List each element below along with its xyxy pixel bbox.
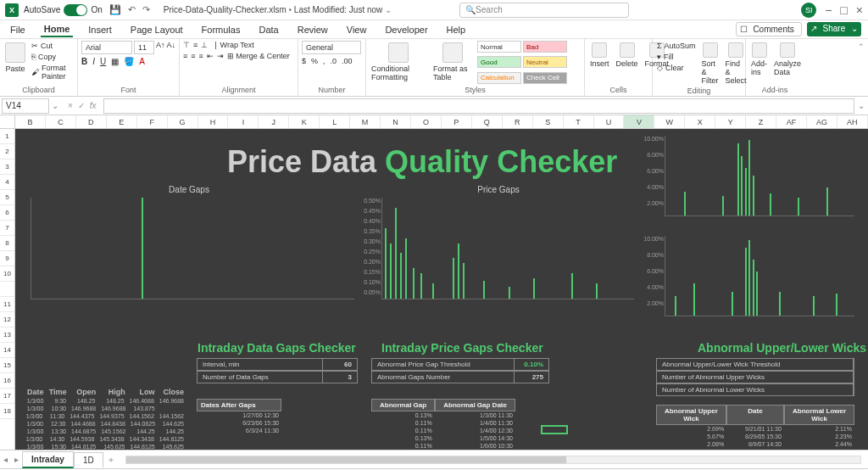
indent-dec-icon[interactable]: ⇤ (207, 52, 214, 60)
menu-file[interactable]: File (7, 23, 29, 36)
find-select-button[interactable]: Find & Select (724, 41, 748, 87)
col-header[interactable]: E (107, 115, 137, 128)
menu-data[interactable]: Data (255, 23, 281, 36)
col-header[interactable]: W (654, 115, 685, 128)
align-mid-icon[interactable]: ≡ (193, 41, 198, 49)
col-header[interactable]: Q (472, 115, 503, 128)
style-good[interactable]: Good (477, 56, 521, 68)
align-center-icon[interactable]: ≡ (191, 52, 195, 60)
col-header[interactable]: R (503, 115, 533, 128)
horizontal-scrollbar[interactable] (125, 456, 861, 464)
save-icon[interactable]: 💾 (109, 4, 121, 15)
style-bad[interactable]: Bad (523, 41, 567, 53)
font-size-select[interactable]: 11 (134, 41, 154, 54)
col-header[interactable]: G (168, 115, 198, 128)
menu-home[interactable]: Home (41, 22, 74, 37)
col-header[interactable]: C (46, 115, 76, 128)
clear-button[interactable]: ◇ Clear (656, 63, 697, 73)
col-header[interactable]: AH (837, 115, 868, 128)
bold-button[interactable]: B (81, 57, 87, 66)
font-color-button[interactable]: A (139, 57, 145, 66)
shrink-font-icon[interactable]: A↓ (167, 41, 176, 54)
style-normal[interactable]: Normal (477, 41, 521, 53)
menu-page-layout[interactable]: Page Layout (127, 23, 186, 36)
col-header[interactable]: Y (715, 115, 746, 128)
column-headers[interactable]: B C D E F G H I J K L M N O P Q R S T U … (0, 115, 868, 129)
col-header[interactable]: H (198, 115, 229, 128)
underline-button[interactable]: U (100, 57, 106, 66)
autosum-button[interactable]: Σ AutoSum (656, 41, 697, 51)
format-as-table-button[interactable]: Format as Table (431, 41, 474, 86)
file-name[interactable]: Price-Data-Quality-Checker.xlsm (164, 5, 287, 14)
cut-button[interactable]: ✂ Cut (31, 41, 74, 51)
col-header[interactable]: AF (776, 115, 807, 128)
user-badge[interactable]: SI (801, 3, 816, 18)
col-header[interactable]: F (137, 115, 168, 128)
name-box[interactable]: V14 (2, 98, 49, 114)
cell-styles-gallery[interactable]: Normal Bad Good Neutral Calculation Chec… (477, 41, 581, 86)
col-header[interactable]: D (76, 115, 107, 128)
inc-dec-icon[interactable]: .0 (331, 57, 337, 65)
chevron-down-icon[interactable]: ⌄ (385, 5, 392, 14)
menu-insert[interactable]: Insert (85, 23, 115, 36)
autosave-toggle[interactable]: AutoSave On (24, 4, 103, 16)
close-icon[interactable]: × (856, 3, 863, 17)
expand-fbar-icon[interactable]: ⌄ (854, 101, 868, 110)
menu-developer[interactable]: Developer (381, 23, 431, 36)
active-cell[interactable] (541, 425, 568, 434)
insert-cells-button[interactable]: Insert (588, 41, 611, 86)
col-header[interactable]: T (564, 115, 594, 128)
col-header[interactable]: O (411, 115, 442, 128)
font-name-select[interactable]: Arial (81, 41, 132, 54)
number-format-select[interactable]: General (302, 41, 361, 54)
col-header[interactable]: P (442, 115, 472, 128)
delete-cells-button[interactable]: Delete (615, 41, 640, 86)
col-header[interactable]: J (259, 115, 289, 128)
new-sheet-icon[interactable]: ＋ (103, 454, 119, 466)
select-all-corner[interactable] (0, 115, 15, 128)
enter-formula-icon[interactable]: ✓ (78, 101, 85, 110)
italic-button[interactable]: I (92, 57, 95, 66)
currency-icon[interactable]: $ (302, 57, 306, 65)
format-painter-button[interactable]: 🖌 Format Painter (31, 63, 74, 81)
addins-button[interactable]: Add-ins (749, 41, 769, 86)
style-check-cell[interactable]: Check Cell (523, 72, 567, 84)
col-header[interactable]: M (350, 115, 381, 128)
sheet-canvas[interactable]: Price Data Quality Checker Date Gaps Pri… (15, 129, 868, 450)
wrap-text-button[interactable]: Wrap Text (220, 41, 254, 49)
menu-review[interactable]: Review (294, 23, 331, 36)
style-calculation[interactable]: Calculation (477, 72, 521, 84)
name-box-dropdown-icon[interactable]: ⌄ (49, 101, 61, 110)
share-button[interactable]: ↗ Share ⌄ (807, 22, 861, 36)
maximize-icon[interactable]: □ (840, 3, 847, 17)
fill-button[interactable]: ▾ Fill (656, 52, 697, 62)
grow-font-icon[interactable]: A↑ (156, 41, 165, 54)
col-header[interactable]: B (15, 115, 46, 128)
undo-icon[interactable]: ↶ (128, 4, 136, 15)
minimize-icon[interactable]: − (825, 3, 832, 17)
align-right-icon[interactable]: ≡ (199, 52, 203, 60)
tab-nav-next-icon[interactable]: ▸ (11, 455, 22, 464)
conditional-formatting-button[interactable]: Conditional Formatting (370, 41, 428, 86)
align-top-icon[interactable]: ⊤ (183, 41, 190, 49)
indent-inc-icon[interactable]: ⇥ (217, 52, 224, 60)
row-headers[interactable]: 123456789101112131415161718 (0, 129, 15, 450)
copy-button[interactable]: ⎘ Copy (31, 52, 74, 62)
tab-nav-first-icon[interactable]: ◂ (0, 455, 11, 464)
comma-icon[interactable]: , (323, 57, 326, 65)
analyze-button[interactable]: Analyze Data (772, 41, 803, 86)
align-bot-icon[interactable]: ⊥ (201, 41, 208, 49)
fx-icon[interactable]: fx (90, 101, 97, 110)
sheet-tab-1d[interactable]: 1D (74, 452, 103, 467)
col-header[interactable]: Z (746, 115, 776, 128)
sort-filter-button[interactable]: Sort & Filter (700, 41, 721, 87)
style-neutral[interactable]: Neutral (523, 56, 567, 68)
col-header[interactable]: X (685, 115, 715, 128)
cancel-formula-icon[interactable]: × (68, 101, 73, 110)
col-header[interactable]: I (228, 115, 259, 128)
col-header[interactable]: N (381, 115, 411, 128)
col-header[interactable]: S (533, 115, 564, 128)
formula-input[interactable] (103, 98, 854, 114)
menu-help[interactable]: Help (443, 23, 470, 36)
search-input[interactable]: 🔍 Search (459, 3, 629, 18)
